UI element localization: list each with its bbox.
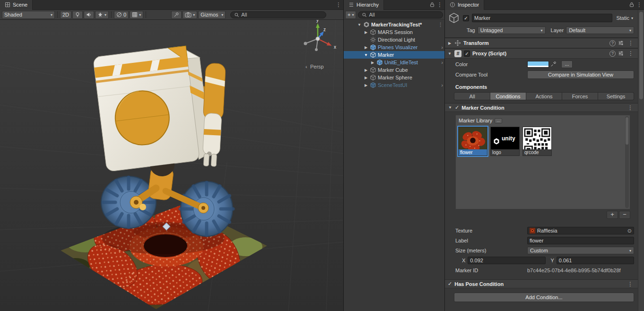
foldout-open-icon[interactable]: ▼ <box>364 53 368 57</box>
lock-icon[interactable] <box>629 2 635 8</box>
marker-condition-header[interactable]: ▼ ✓ Marker Condition ⋮ <box>445 103 638 112</box>
condition-check-icon[interactable]: ✓ <box>455 104 459 111</box>
has-pose-condition-header[interactable]: ✓ Has Pose Condition ⋮ <box>445 279 638 288</box>
hidden-count-label: 0 <box>123 12 126 17</box>
hierarchy-row-planes-visualizer[interactable]: ▶ Planes Visualizer › <box>344 43 444 51</box>
foldout-closed-icon[interactable]: ▶ <box>447 41 452 45</box>
scene-audio-button[interactable] <box>84 11 94 19</box>
proxy-component-header[interactable]: ▼ # ✓ Proxy (Script) ? ⋮ <box>445 48 638 59</box>
scene-grid-dropdown[interactable]: ▾ <box>130 11 143 19</box>
hierarchy-row-mars-session[interactable]: ▶ MARS Session <box>344 28 444 36</box>
texture-object-field[interactable]: Rafflesia ⊙ <box>527 227 634 234</box>
foldout-closed-icon[interactable]: ▶ <box>364 45 368 50</box>
scene-lighting-button[interactable] <box>72 11 83 19</box>
library-item-flower[interactable]: flower <box>458 127 487 156</box>
foldout-open-icon[interactable]: ▼ <box>357 23 362 27</box>
tab-actions[interactable]: Actions <box>526 92 562 100</box>
library-remove-button[interactable]: − <box>619 211 630 219</box>
create-object-dropdown[interactable]: + ▾ <box>345 11 356 19</box>
tab-all[interactable]: All <box>454 92 490 100</box>
foldout-closed-icon[interactable]: ▶ <box>364 68 368 72</box>
gameobject-name-field[interactable]: Marker <box>472 14 612 22</box>
library-scrollbar[interactable] <box>625 116 629 208</box>
y-input[interactable]: 0.061 <box>557 257 634 264</box>
hierarchy-row-marker-sphere[interactable]: ▶ Marker Sphere <box>344 74 444 81</box>
foldout-closed-icon[interactable]: ▶ <box>364 83 368 87</box>
hierarchy-row-scene[interactable]: ▼ MarkerTrackingTest* ⋮ <box>344 21 444 28</box>
scene-options-icon[interactable]: ⋮ <box>438 22 443 28</box>
draw-mode-dropdown[interactable]: Shaded ▾ <box>2 11 55 19</box>
tab-settings[interactable]: Settings <box>598 92 634 100</box>
preset-icon[interactable] <box>618 51 624 56</box>
component-menu-icon[interactable]: ⋮ <box>626 50 635 57</box>
toggle-2d-button[interactable]: 2D <box>60 11 71 19</box>
preset-icon[interactable] <box>618 40 624 46</box>
scene-camera-dropdown[interactable]: ▾ <box>183 11 197 19</box>
foldout-open-icon[interactable]: ▼ <box>448 105 453 110</box>
active-checkbox[interactable]: ✓ <box>463 15 469 21</box>
label-input[interactable]: flower <box>527 237 634 244</box>
compare-simulation-button[interactable]: Compare in Simulation View <box>527 70 634 79</box>
gizmo-z-label[interactable]: z <box>323 27 326 32</box>
texture-mini-icon <box>530 228 535 233</box>
lock-icon[interactable] <box>429 2 435 8</box>
hierarchy-row-scenetestui[interactable]: ▶ SceneTestUI › <box>344 81 444 89</box>
prefab-open-arrow-icon[interactable]: › <box>441 82 443 88</box>
help-icon[interactable]: ? <box>609 40 616 46</box>
gizmo-x-label[interactable]: x <box>334 44 336 50</box>
scene-panel-menu-icon[interactable]: ⋮ <box>334 1 343 8</box>
library-item-logo[interactable]: unity logo <box>490 127 520 156</box>
scene-visibility-button[interactable]: 0 <box>114 11 129 19</box>
condition-menu-icon[interactable]: ⋮ <box>626 281 635 287</box>
scene-effects-dropdown[interactable]: ▾ <box>95 11 109 19</box>
tag-dropdown[interactable]: Untagged ▾ <box>478 26 546 34</box>
hierarchy-row-marker[interactable]: ▼ Marker <box>344 51 444 59</box>
prefab-open-arrow-icon[interactable]: › <box>441 60 443 65</box>
tab-inspector[interactable]: Inspector <box>445 0 484 10</box>
marker-library-options-button[interactable]: ... <box>495 118 502 123</box>
prefab-open-arrow-icon[interactable]: › <box>441 44 443 50</box>
component-enabled-checkbox[interactable]: ✓ <box>464 51 470 57</box>
condition-menu-icon[interactable]: ⋮ <box>626 104 635 111</box>
hierarchy-row-unite-idletest[interactable]: ▶ UnitE_IdleTest › <box>344 59 444 66</box>
hierarchy-row-directional-light[interactable]: Directional Light <box>344 36 444 43</box>
transform-component-header[interactable]: ▶ Transform ? ⋮ <box>445 38 638 48</box>
inspector-panel-menu-icon[interactable]: ⋮ <box>635 1 644 8</box>
tab-forces[interactable]: Forces <box>562 92 598 100</box>
static-dropdown[interactable]: Static ▾ <box>615 15 634 21</box>
size-dropdown[interactable]: Custom ▾ <box>527 247 634 254</box>
hierarchy-panel-menu-icon[interactable]: ⋮ <box>435 1 444 8</box>
color-options-button[interactable]: ... <box>561 60 573 68</box>
toggle-2d-label: 2D <box>62 12 69 17</box>
library-item-qrcode[interactable]: qrcode <box>522 127 552 156</box>
foldout-closed-icon[interactable]: ▶ <box>364 76 368 80</box>
persp-back-icon[interactable]: ‹ <box>305 64 307 69</box>
y-value: 0.061 <box>559 258 572 263</box>
foldout-closed-icon[interactable]: ▶ <box>364 30 368 35</box>
scene-viewport[interactable]: y x z ‹ Persp <box>0 20 343 311</box>
component-menu-icon[interactable]: ⋮ <box>626 40 635 46</box>
x-input[interactable]: 0.092 <box>468 257 545 264</box>
layer-dropdown[interactable]: Default ▾ <box>566 26 634 34</box>
object-picker-icon[interactable]: ⊙ <box>627 228 632 234</box>
foldout-open-icon[interactable]: ▼ <box>447 52 452 56</box>
color-swatch[interactable] <box>527 61 549 68</box>
gizmo-y-label[interactable]: y <box>316 20 319 23</box>
eyedropper-button[interactable] <box>549 60 557 68</box>
hierarchy-search-input[interactable]: All <box>358 11 443 18</box>
tab-conditions[interactable]: Conditions <box>490 92 526 100</box>
scene-search-input[interactable]: All <box>230 11 326 18</box>
inspector-scrollbar[interactable] <box>638 10 644 311</box>
library-add-button[interactable]: + <box>607 211 618 219</box>
dropdown-caret-icon: ▾ <box>541 28 543 33</box>
foldout-closed-icon[interactable]: ▶ <box>370 60 375 65</box>
gizmos-dropdown[interactable]: Gizmos ▾ <box>198 11 226 19</box>
help-icon[interactable]: ? <box>609 51 616 57</box>
scene-tools-button[interactable] <box>171 11 182 19</box>
hierarchy-row-marker-cube[interactable]: ▶ Marker Cube <box>344 66 444 74</box>
condition-check-icon[interactable]: ✓ <box>448 281 452 287</box>
tab-scene[interactable]: Scene <box>0 0 33 10</box>
add-condition-button[interactable]: Add Condition... <box>454 293 634 302</box>
tab-hierarchy[interactable]: Hierarchy <box>344 0 384 10</box>
projection-mode-label[interactable]: Persp <box>310 64 324 69</box>
